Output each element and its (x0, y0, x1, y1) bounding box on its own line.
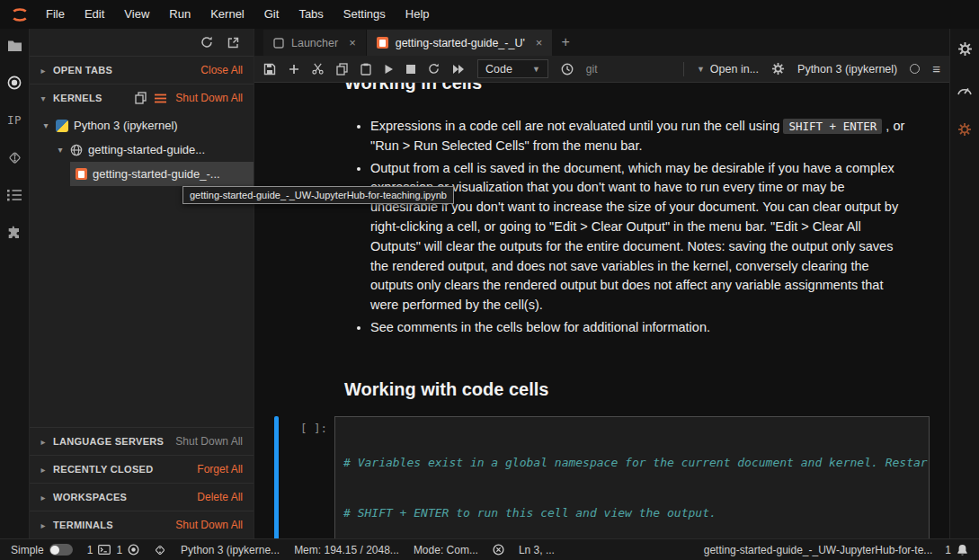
globe-icon (70, 144, 83, 156)
menubar: File Edit View Run Kernel Git Tabs Setti… (0, 0, 979, 29)
shutdown-all-language-servers-button[interactable]: Shut Down All (175, 435, 243, 448)
cell-prompt: [ ]: (279, 416, 334, 538)
cell-editor[interactable]: # Variables exist in a global namespace … (334, 416, 930, 538)
close-tab-icon[interactable]: × (349, 36, 356, 49)
kernel-status-text[interactable]: Python 3 (ipykerne... (181, 544, 280, 556)
table-of-contents-icon[interactable] (7, 189, 22, 201)
git-sidebar-icon[interactable] (7, 150, 22, 165)
refresh-icon[interactable] (200, 36, 213, 49)
run-icon[interactable] (384, 64, 394, 75)
paste-icon[interactable] (360, 63, 371, 76)
python-logo-icon (56, 120, 68, 132)
menu-item-settings[interactable]: Settings (334, 0, 396, 29)
new-tab-button[interactable]: + (552, 34, 578, 50)
running-sessions-icon[interactable] (7, 76, 22, 90)
menu-item-tabs[interactable]: Tabs (289, 0, 333, 29)
running-panel-toolbar (30, 29, 254, 56)
chevron-right-icon: ▸ (39, 437, 48, 447)
shutdown-all-kernels-button[interactable]: Shut Down All (175, 92, 243, 104)
menu-item-kernel[interactable]: Kernel (200, 0, 254, 29)
chevron-down-icon: ▾ (39, 93, 48, 103)
kernel-sessions-icon (128, 544, 139, 556)
bell-icon (957, 544, 968, 556)
toolbar-divider (683, 62, 684, 76)
git-status-icon[interactable] (154, 544, 166, 556)
tab-launcher[interactable]: Launcher × (263, 30, 367, 56)
inline-code: SHIFT + ENTER (783, 119, 882, 134)
cell-type-dropdown[interactable]: Code ▼ (477, 59, 548, 78)
launcher-icon (273, 38, 284, 49)
close-all-button[interactable]: Close All (200, 64, 243, 76)
chevron-down-icon: ▼ (532, 65, 540, 74)
menu-item-file[interactable]: File (36, 0, 75, 29)
history-clock-icon[interactable] (561, 63, 574, 76)
current-file-name: getting-started-guide_-_UW-JupyterHub-fo… (704, 544, 933, 556)
status-bar: Simple 1 1 Python 3 (ipykerne... Mem: 19… (0, 538, 979, 560)
section-open-tabs[interactable]: ▸ OPEN TABS Close All (30, 56, 254, 84)
chevron-down-icon: ▾ (41, 120, 50, 130)
stop-icon[interactable] (406, 65, 415, 74)
gear-icon[interactable] (771, 62, 785, 76)
toolbar-menu-icon[interactable]: ≡ (932, 61, 940, 76)
line-column-indicator[interactable]: Ln 3, ... (519, 544, 555, 556)
notifications-status[interactable]: 1 (945, 544, 968, 556)
property-inspector-icon[interactable]: IP (7, 113, 22, 127)
memory-usage: Mem: 194.15 / 2048... (294, 544, 399, 556)
extensions-icon[interactable] (7, 225, 22, 239)
menu-item-view[interactable]: View (114, 0, 159, 29)
tab-bar: Launcher × getting-started-guide_-_U' × … (254, 29, 949, 56)
terminal-icon (98, 545, 111, 555)
main-area: Launcher × getting-started-guide_-_U' × … (254, 29, 949, 538)
tree-item-notebook[interactable]: getting-started-guide_-... (30, 162, 254, 186)
chevron-down-icon: ▾ (56, 145, 65, 155)
tab-notebook[interactable]: getting-started-guide_-_U' × (367, 30, 553, 56)
resource-gauge-icon[interactable] (957, 84, 973, 95)
menu-item-run[interactable]: Run (159, 0, 200, 29)
menu-item-edit[interactable]: Edit (75, 0, 114, 29)
bullet-item: See comments in the cells below for addi… (370, 318, 905, 338)
markdown-bullet-list: Expressions in a code cell are not evalu… (355, 117, 905, 338)
section-terminals[interactable]: ▸ TERMINALS Shut Down All (30, 511, 254, 538)
section-kernels[interactable]: ▾ KERNELS Shut Down All (30, 84, 254, 111)
file-browser-icon[interactable] (7, 40, 22, 52)
collapse-all-icon[interactable] (135, 92, 147, 104)
simple-mode-toggle[interactable]: Simple (11, 544, 73, 556)
notebook-icon (76, 168, 87, 180)
section-workspaces[interactable]: ▸ WORKSPACES Delete All (30, 483, 254, 511)
jupyter-logo-icon (11, 7, 29, 22)
left-activity-bar: IP (0, 29, 30, 538)
menu-item-help[interactable]: Help (396, 0, 440, 29)
open-in-new-icon[interactable] (227, 37, 239, 49)
extension-gear-icon[interactable] (957, 122, 972, 137)
chevron-right-icon: ▸ (39, 66, 48, 76)
settings-gear-icon[interactable] (957, 41, 973, 57)
bullet-item: Expressions in a code cell are not evalu… (370, 117, 905, 156)
section-recently-closed[interactable]: ▸ RECENTLY CLOSED Forget All (30, 455, 254, 483)
forget-all-button[interactable]: Forget All (197, 463, 243, 476)
notebook-toolbar: Code ▼ git ▼ Open in... Python 3 (ipyker… (254, 56, 949, 83)
restart-kernel-icon[interactable] (428, 63, 440, 75)
running-terminals-status[interactable]: 1 1 (87, 544, 139, 556)
kernels-menu-icon[interactable] (155, 93, 166, 103)
delete-all-button[interactable]: Delete All (197, 491, 243, 503)
menu-item-git[interactable]: Git (254, 0, 289, 29)
tooltip: getting-started-guide_-_UW-JupyterHub-fo… (182, 186, 454, 204)
section-language-servers[interactable]: ▸ LANGUAGE SERVERS Shut Down All (30, 427, 254, 455)
chevron-right-icon: ▸ (39, 465, 48, 475)
open-in-dropdown[interactable]: ▼ Open in... (697, 63, 759, 76)
close-tab-icon[interactable]: × (536, 36, 543, 49)
toggle-switch[interactable] (49, 544, 73, 556)
shutdown-all-terminals-button[interactable]: Shut Down All (175, 519, 243, 531)
restart-run-all-icon[interactable] (452, 65, 465, 74)
cut-icon[interactable] (312, 63, 324, 75)
running-panel: ▸ OPEN TABS Close All ▾ KERNELS Shut Dow… (30, 29, 254, 538)
editor-mode[interactable]: Mode: Com... (414, 544, 478, 556)
save-icon[interactable] (263, 63, 276, 76)
tree-item-kernel[interactable]: ▾ Python 3 (ipykernel) (30, 113, 254, 138)
add-cell-icon[interactable] (289, 64, 299, 75)
chevron-right-icon: ▸ (39, 493, 48, 502)
kernel-selector[interactable]: Python 3 (ipykernel) (797, 63, 897, 76)
circle-x-icon[interactable] (493, 544, 504, 556)
copy-icon[interactable] (336, 63, 348, 76)
tree-item-session[interactable]: ▾ getting-started-guide... (30, 138, 254, 162)
